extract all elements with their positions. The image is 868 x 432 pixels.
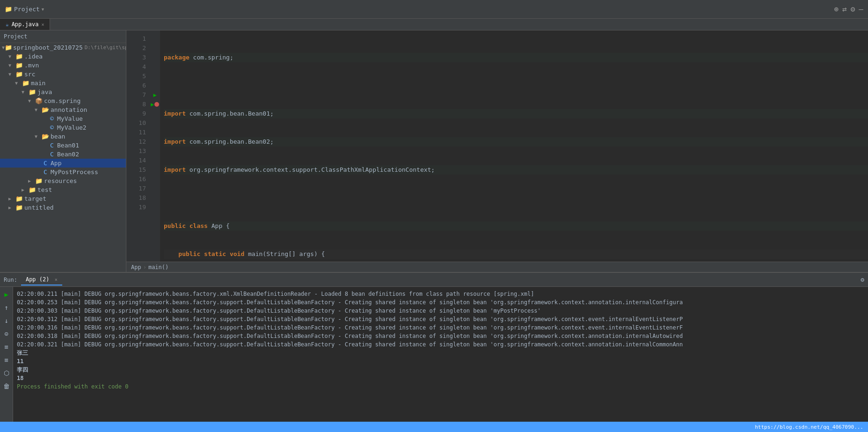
breadcrumb-sep: › (143, 264, 146, 271)
breadcrumb-main[interactable]: main() (148, 264, 168, 271)
topbar-icons: ⊕ ⇄ ⚙ — (834, 5, 863, 14)
label-test: test (36, 186, 52, 193)
tree-item-bean01[interactable]: C Bean01 (0, 141, 126, 150)
class-icon-bean01: C (48, 142, 56, 149)
folder-icon-untitled: 📁 (15, 204, 23, 211)
main-layout: Project ▼ 📁 springboot_20210725 D:\file\… (0, 30, 868, 272)
console-line-4: 02:20:00.312 [main] DEBUG org.springfram… (17, 315, 864, 323)
code-content[interactable]: package com.spring; import com.spring.be… (160, 30, 868, 262)
console-line-1: 02:20:00.211 [main] DEBUG org.springfram… (17, 290, 864, 298)
label-annotation: annotation (50, 106, 87, 113)
folder-icon-java: 📁 (28, 88, 36, 95)
breakpoint-line8[interactable] (154, 102, 159, 107)
console-line-2: 02:20:00.253 [main] DEBUG org.springfram… (17, 298, 864, 307)
code-line-5: import org.springframework.context.suppo… (164, 165, 868, 175)
run-tab[interactable]: App (2) × (21, 274, 62, 286)
run-tab-close[interactable]: × (55, 277, 58, 282)
sidebar: Project ▼ 📁 springboot_20210725 D:\file\… (0, 30, 126, 272)
tree-item-resources[interactable]: ▶ 📁 resources (0, 176, 126, 185)
tree-item-bean[interactable]: ▼ 📂 bean (0, 132, 126, 141)
label-idea: .idea (23, 53, 43, 60)
arrow-untitled: ▶ (8, 205, 15, 210)
folder-icon-target: 📁 (15, 195, 23, 202)
run-arrow-line7[interactable]: ▶ (153, 92, 156, 98)
label-resources: resources (43, 177, 77, 184)
label-springboot: springboot_20210725 (12, 44, 83, 51)
label-mvn: .mvn (23, 62, 39, 69)
label-myvalue2: MyValue2 (56, 124, 87, 131)
pin-btn[interactable]: ⊙ (3, 329, 9, 338)
tree-item-untitled[interactable]: ▶ 📁 untitled (0, 203, 126, 212)
run-toolbar: ▶ ↑ ↓ ⊙ ≡ ≡ ⬡ 🗑 (0, 287, 13, 422)
project-label[interactable]: 📁 Project ▼ (5, 6, 44, 13)
package-icon-annotation: 📂 (41, 106, 50, 113)
breadcrumb-app[interactable]: App (131, 264, 141, 271)
arrow-java: ▼ (22, 89, 28, 95)
tree-item-annotation[interactable]: ▼ 📂 annotation (0, 105, 126, 114)
console-line-7: 02:20:00.321 [main] DEBUG org.springfram… (17, 340, 864, 349)
run-label: Run: (4, 277, 19, 283)
tree-item-mypostprocess[interactable]: C MyPostProcess (0, 168, 126, 176)
scroll-up-btn[interactable]: ↑ (3, 303, 9, 312)
tree-item-myvalue2[interactable]: © MyValue2 (0, 123, 126, 132)
tab-app-java[interactable]: ☕ App.java × (0, 19, 50, 30)
status-url[interactable]: https://blog.csdn.net/qq_4067090... (755, 424, 863, 430)
tab-close-icon[interactable]: × (41, 22, 44, 27)
console-lines: 02:20:00.211 [main] DEBUG org.springfram… (13, 289, 868, 420)
tree-item-main[interactable]: ▼ 📁 main (0, 79, 126, 88)
path-hint: D:\file\git\sprin... (85, 44, 126, 51)
layout-icon[interactable]: ⇄ (842, 5, 847, 14)
console-line-zhangsan: 张三 (17, 349, 864, 357)
breadcrumb: App › main() (126, 262, 868, 272)
class-icon-bean02: C (48, 151, 56, 158)
tree-item-test[interactable]: ▶ 📁 test (0, 185, 126, 194)
label-comspring: com.spring (43, 97, 80, 104)
scroll-down-btn[interactable]: ↓ (3, 316, 9, 325)
folder-icon-mvn: 📁 (15, 62, 23, 69)
console-line-6: 02:20:00.318 [main] DEBUG org.springfram… (17, 332, 864, 340)
gutter: ▶ ▶ (150, 30, 160, 262)
line-numbers: 1 2 3 4 5 6 7 8 9 10 11 12 13 14 15 16 1… (126, 30, 150, 262)
gear-icon-btn[interactable]: ⚙ (861, 276, 864, 283)
tree-item-target[interactable]: ▶ 📁 target (0, 194, 126, 203)
console-line-finish: Process finished with exit code 0 (17, 382, 864, 391)
tree-item-src[interactable]: ▼ 📁 src (0, 70, 126, 79)
label-main: main (30, 80, 45, 87)
status-bar: https://blog.csdn.net/qq_4067090... (0, 422, 868, 432)
class-icon-myvalue: © (48, 115, 56, 122)
arrow-resources: ▶ (28, 178, 35, 183)
tree-item-idea[interactable]: ▼ 📁 .idea (0, 52, 126, 61)
tree-item-app[interactable]: C App (0, 159, 126, 168)
label-myvalue: MyValue (56, 115, 83, 122)
globe-icon[interactable]: ⊕ (834, 5, 839, 14)
run-btn[interactable]: ▶ (3, 290, 9, 299)
project-icon: 📁 (5, 6, 12, 13)
settings2-btn[interactable]: ⬡ (3, 368, 10, 378)
console-line-5: 02:20:00.316 [main] DEBUG org.springfram… (17, 323, 864, 332)
arrow-test: ▶ (22, 187, 28, 192)
tree-item-springboot[interactable]: ▼ 📁 springboot_20210725 D:\file\git\spri… (0, 43, 126, 52)
console-content[interactable]: 02:20:00.211 [main] DEBUG org.springfram… (13, 287, 868, 422)
tree-item-mvn[interactable]: ▼ 📁 .mvn (0, 61, 126, 70)
tree-item-java[interactable]: ▼ 📁 java (0, 88, 126, 96)
editor-area[interactable]: 1 2 3 4 5 6 7 8 9 10 11 12 13 14 15 16 1… (126, 30, 868, 262)
filter-btn[interactable]: ≡ (3, 342, 9, 351)
label-mypostprocess: MyPostProcess (50, 168, 98, 176)
minimize-icon[interactable]: — (859, 5, 863, 14)
code-line-7: public class App { (164, 221, 868, 231)
class-icon-mypostprocess: C (41, 168, 50, 176)
tree-item-bean02[interactable]: C Bean02 (0, 150, 126, 159)
tree-item-myvalue[interactable]: © MyValue (0, 114, 126, 123)
wrap-btn[interactable]: ≡ (3, 355, 9, 365)
arrow-main: ▼ (15, 81, 22, 86)
tab-bar: ☕ App.java × (0, 19, 868, 30)
code-line-3: import com.spring.bean.Bean01; (164, 109, 868, 118)
folder-icon-springboot: 📁 (5, 44, 12, 51)
tab-label: App.java (12, 21, 39, 28)
clear-btn[interactable]: 🗑 (2, 381, 11, 391)
run-arrow-line8[interactable]: ▶ (151, 101, 154, 108)
settings-icon[interactable]: ⚙ (851, 5, 855, 14)
dropdown-arrow[interactable]: ▼ (42, 7, 44, 12)
arrow-annotation: ▼ (35, 107, 41, 112)
tree-item-comspring[interactable]: ▼ 📦 com.spring (0, 96, 126, 105)
